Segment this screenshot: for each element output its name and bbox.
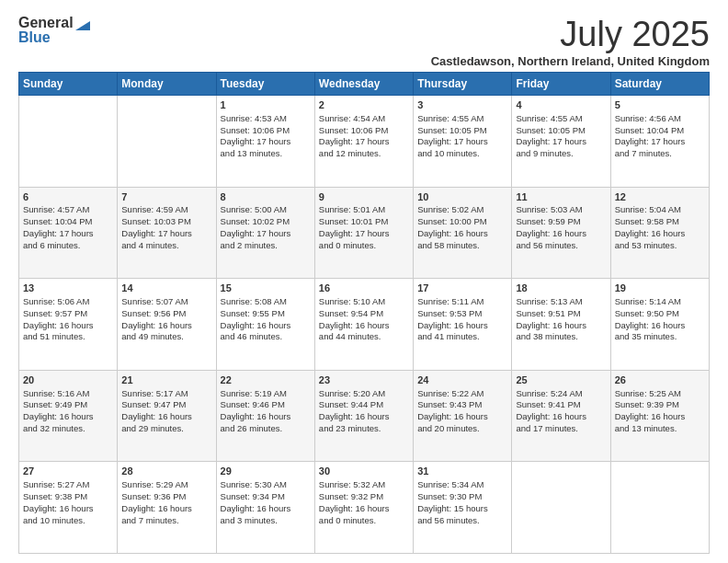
day-number: 11 [516,190,606,204]
day-detail-line: Sunset: 9:59 PM [516,216,580,226]
day-number: 22 [221,373,311,387]
table-cell [512,462,610,554]
day-detail-line: and 23 minutes. [319,423,381,433]
main-title: July 2025 [431,15,710,54]
day-number: 19 [615,282,705,295]
day-detail-line: Sunrise: 5:08 AM [221,296,287,306]
day-detail-line: and 6 minutes. [23,240,80,250]
day-number: 8 [221,190,311,204]
header: General Blue July 2025 Castledawson, Nor… [18,15,710,68]
day-detail-line: and 20 minutes. [417,423,480,433]
day-detail-line: Sunrise: 4:54 AM [319,113,385,123]
table-cell: 1Sunrise: 4:53 AMSunset: 10:06 PMDayligh… [216,96,314,188]
day-detail-line: Sunrise: 5:25 AM [615,388,681,398]
day-detail-line: Sunset: 10:01 PM [319,216,389,226]
day-detail-line: Daylight: 17 hours [221,136,291,146]
day-detail-line: Daylight: 16 hours [417,228,488,238]
day-detail-line: Sunset: 10:02 PM [221,216,290,226]
day-detail-line: and 10 minutes. [417,148,480,158]
day-detail-line: Daylight: 16 hours [417,320,488,330]
day-detail-line: Sunrise: 5:27 AM [23,479,89,489]
col-monday: Monday [118,73,216,96]
day-detail-line: and 13 minutes. [615,423,677,433]
table-cell: 28Sunrise: 5:29 AMSunset: 9:36 PMDayligh… [118,462,216,554]
logo-icon [75,16,90,30]
day-number: 15 [221,282,311,295]
day-detail-line: Daylight: 17 hours [121,228,192,238]
table-cell: 22Sunrise: 5:19 AMSunset: 9:46 PMDayligh… [216,370,314,462]
col-friday: Friday [512,73,610,96]
day-detail-line: Sunrise: 4:55 AM [516,113,582,123]
table-cell: 27Sunrise: 5:27 AMSunset: 9:38 PMDayligh… [19,462,118,554]
day-number: 25 [516,373,606,387]
day-detail-line: Daylight: 17 hours [615,136,686,146]
calendar-week-row: 20Sunrise: 5:16 AMSunset: 9:49 PMDayligh… [19,370,710,462]
table-cell: 9Sunrise: 5:01 AMSunset: 10:01 PMDayligh… [314,187,413,279]
table-cell: 19Sunrise: 5:14 AMSunset: 9:50 PMDayligh… [610,279,709,371]
day-detail-line: Daylight: 16 hours [319,411,390,421]
day-detail-line: and 2 minutes. [221,240,278,250]
day-detail-line: Daylight: 17 hours [221,228,291,238]
day-detail-line: Daylight: 15 hours [417,503,488,513]
day-detail-line: Sunrise: 5:10 AM [319,296,385,306]
logo: General Blue [18,15,90,46]
day-detail-line: Sunset: 9:57 PM [23,308,87,318]
table-cell: 4Sunrise: 4:55 AMSunset: 10:05 PMDayligh… [512,96,610,188]
table-cell: 14Sunrise: 5:07 AMSunset: 9:56 PMDayligh… [118,279,216,371]
day-detail-line: Sunrise: 5:22 AM [417,388,483,398]
day-detail-line: Sunrise: 5:34 AM [417,479,483,489]
table-cell: 3Sunrise: 4:55 AMSunset: 10:05 PMDayligh… [414,96,512,188]
day-detail-line: and 4 minutes. [121,240,178,250]
day-detail-line: Sunrise: 5:11 AM [417,296,483,306]
day-detail-line: and 7 minutes. [121,515,178,525]
day-number: 4 [516,98,606,112]
day-number: 6 [23,190,113,204]
day-detail-line: Sunset: 9:34 PM [221,491,285,501]
day-detail-line: Sunrise: 4:56 AM [615,113,681,123]
day-number: 12 [615,190,705,204]
day-detail-line: Daylight: 16 hours [615,411,686,421]
table-cell: 5Sunrise: 4:56 AMSunset: 10:04 PMDayligh… [610,96,709,188]
table-cell: 18Sunrise: 5:13 AMSunset: 9:51 PMDayligh… [512,279,610,371]
day-number: 21 [121,373,211,387]
day-detail-line: and 17 minutes. [516,423,578,433]
day-detail-line: Sunrise: 5:14 AM [615,296,681,306]
day-detail-line: and 9 minutes. [516,148,573,158]
day-detail-line: Daylight: 16 hours [221,411,291,421]
day-detail-line: Daylight: 17 hours [319,136,390,146]
table-cell: 21Sunrise: 5:17 AMSunset: 9:47 PMDayligh… [118,370,216,462]
day-number: 23 [319,373,409,387]
day-number: 20 [23,373,113,387]
day-detail-line: and 10 minutes. [23,515,85,525]
day-number: 1 [221,98,311,112]
page: General Blue July 2025 Castledawson, Nor… [0,0,728,563]
table-cell: 24Sunrise: 5:22 AMSunset: 9:43 PMDayligh… [414,370,512,462]
day-number: 27 [23,465,113,478]
day-number: 26 [615,373,705,387]
calendar-week-row: 6Sunrise: 4:57 AMSunset: 10:04 PMDayligh… [19,187,710,279]
day-detail-line: Daylight: 16 hours [221,320,291,330]
day-detail-line: Daylight: 16 hours [516,411,586,421]
col-thursday: Thursday [414,73,512,96]
day-number: 14 [121,282,211,295]
day-detail-line: Daylight: 17 hours [23,228,94,238]
day-detail-line: Sunset: 9:44 PM [319,399,383,409]
day-detail-line: Sunrise: 5:01 AM [319,204,385,214]
day-number: 10 [417,190,507,204]
day-detail-line: Sunrise: 5:02 AM [417,204,483,214]
day-detail-line: Sunset: 9:54 PM [319,308,383,318]
day-detail-line: and 12 minutes. [319,148,381,158]
subtitle: Castledawson, Northern Ireland, United K… [431,54,710,68]
day-detail-line: Sunset: 9:36 PM [121,491,186,501]
day-detail-line: Sunset: 9:30 PM [417,491,482,501]
svg-marker-0 [75,21,90,30]
day-detail-line: and 56 minutes. [516,240,578,250]
day-detail-line: and 56 minutes. [417,515,480,525]
col-sunday: Sunday [19,73,118,96]
day-detail-line: and 49 minutes. [121,331,184,341]
day-detail-line: Sunrise: 4:57 AM [23,204,89,214]
day-number: 5 [615,98,705,112]
day-detail-line: Sunset: 10:06 PM [221,125,290,135]
day-detail-line: Sunset: 10:04 PM [615,125,685,135]
day-detail-line: and 32 minutes. [23,423,85,433]
